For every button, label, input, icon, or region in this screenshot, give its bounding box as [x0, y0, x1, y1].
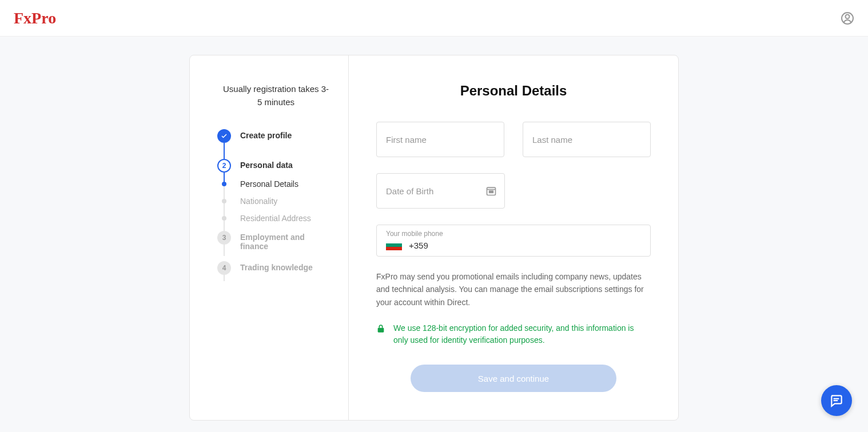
- chat-button[interactable]: [821, 385, 852, 416]
- step-number: 3: [217, 231, 231, 245]
- phone-input[interactable]: Your mobile phone +359: [376, 225, 651, 257]
- name-row: [376, 122, 651, 157]
- dob-input[interactable]: [376, 173, 505, 209]
- save-continue-button[interactable]: Save and continue: [411, 365, 616, 392]
- page-container: Usually registration takes 3-5 minutes C…: [0, 37, 868, 432]
- form-panel: Personal Details: [349, 55, 678, 420]
- profile-icon[interactable]: [841, 11, 854, 25]
- substeps-list: Personal Details Nationality Residential…: [217, 179, 335, 223]
- step-label: Trading knowledge: [240, 261, 313, 272]
- lastname-wrap: [523, 122, 651, 157]
- page-title: Personal Details: [376, 83, 651, 99]
- substep-label: Personal Details: [240, 179, 298, 189]
- phone-value-row: +359: [386, 240, 641, 250]
- firstname-wrap: [376, 122, 504, 157]
- substep-dot: [222, 216, 226, 221]
- step-label: Personal data: [240, 159, 293, 170]
- phone-prefix: +359: [409, 241, 428, 250]
- substep-dot: [222, 199, 226, 203]
- substep-residential-address: Residential Address: [217, 214, 335, 223]
- step-label: Create profile: [240, 129, 292, 140]
- flag-bulgaria-icon: [386, 240, 402, 250]
- step-number: 2: [217, 159, 231, 173]
- lock-icon: [376, 323, 385, 334]
- svg-rect-5: [378, 328, 384, 333]
- firstname-input[interactable]: [376, 122, 504, 157]
- registration-sidebar: Usually registration takes 3-5 minutes C…: [190, 55, 349, 420]
- security-note: We use 128-bit encryption for added secu…: [376, 322, 651, 346]
- promo-disclaimer: FxPro may send you promotional emails in…: [376, 270, 651, 309]
- substep-label: Nationality: [240, 197, 277, 206]
- step-trading-knowledge: 4 Trading knowledge: [217, 261, 335, 275]
- step-personal-data: 2 Personal data: [217, 159, 335, 173]
- lastname-input[interactable]: [523, 122, 651, 157]
- chat-icon: [829, 393, 844, 408]
- substep-label: Residential Address: [240, 214, 311, 223]
- svg-point-1: [846, 14, 850, 18]
- dob-row: [376, 173, 651, 209]
- steps-list: Create profile 2 Personal data Personal …: [217, 129, 335, 275]
- step-create-profile: Create profile: [217, 129, 335, 143]
- app-header: FxPro: [0, 0, 868, 37]
- logo: FxPro: [14, 9, 56, 27]
- step-label: Employment and finance: [240, 231, 320, 251]
- dob-wrap: [376, 173, 505, 209]
- registration-card: Usually registration takes 3-5 minutes C…: [189, 55, 679, 421]
- sidebar-title: Usually registration takes 3-5 minutes: [217, 83, 335, 109]
- substep-personal-details: Personal Details: [217, 179, 335, 189]
- step-employment-finance: 3 Employment and finance: [217, 231, 335, 251]
- substep-nationality: Nationality: [217, 197, 335, 206]
- security-text: We use 128-bit encryption for added secu…: [393, 322, 651, 346]
- check-icon: [217, 129, 231, 143]
- substep-dot: [222, 182, 226, 186]
- phone-label: Your mobile phone: [386, 230, 641, 238]
- step-number: 4: [217, 261, 231, 275]
